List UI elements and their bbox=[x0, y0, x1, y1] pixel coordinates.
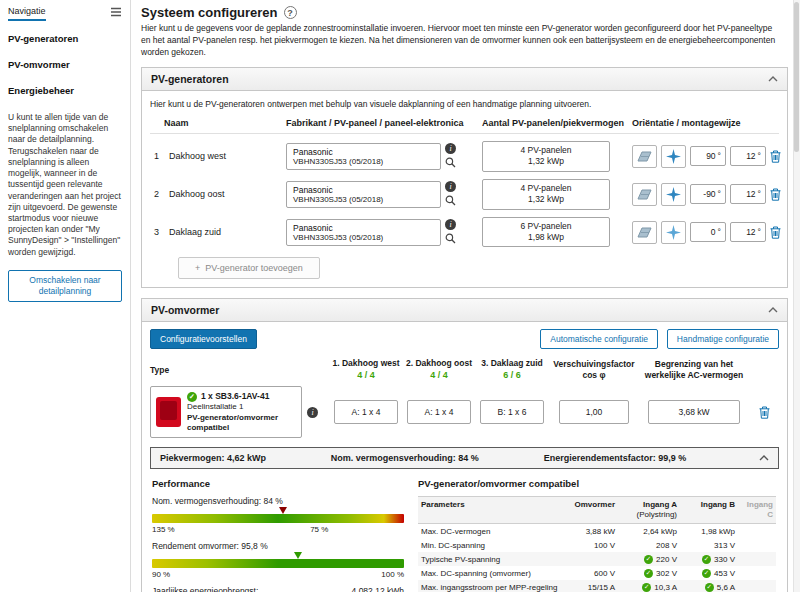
collapse-icon[interactable] bbox=[768, 307, 778, 313]
help-icon[interactable]: ? bbox=[284, 6, 297, 19]
collapse-icon[interactable] bbox=[759, 455, 769, 461]
configuration-proposals-button[interactable]: Configuratievoorstellen bbox=[150, 329, 257, 349]
search-icon[interactable] bbox=[445, 195, 456, 208]
search-icon[interactable] bbox=[445, 233, 456, 246]
pv-inverter-panel-header[interactable]: PV-omvormer bbox=[142, 299, 787, 322]
delete-generator-icon[interactable] bbox=[770, 188, 781, 201]
manual-configuration-button[interactable]: Handmatige configuratie bbox=[667, 329, 779, 349]
table-row: 1 Dakhoog west Panasonic VBHN330SJ53 (05… bbox=[150, 141, 779, 172]
input-assignment-select[interactable]: B: 1 x 6 bbox=[480, 400, 544, 424]
param-label: Max. ingangsstroom per MPP-regeling bbox=[418, 580, 566, 592]
tilt-input[interactable]: 12° bbox=[730, 222, 766, 242]
pv-inverter-panel: PV-omvormer Configuratievoorstellen Auto… bbox=[141, 298, 788, 592]
info-icon[interactable]: i bbox=[445, 143, 456, 154]
scrollbar[interactable] bbox=[793, 0, 800, 592]
generators-note: Hier kunt u de PV-generatoren ontwerpen … bbox=[150, 99, 779, 109]
menu-icon[interactable] bbox=[110, 7, 122, 19]
input-b-value: ✓5,6 A bbox=[680, 580, 738, 592]
info-icon[interactable]: i bbox=[445, 181, 456, 192]
scrollbar-thumb[interactable] bbox=[794, 2, 799, 152]
compatibility-title: PV-generator/omvormer compatibel bbox=[418, 478, 777, 489]
sidebar-item-pv-omvormer[interactable]: PV-omvormer bbox=[8, 59, 122, 70]
azimuth-value: -90 bbox=[703, 189, 715, 199]
column-header-type: Type bbox=[150, 365, 328, 375]
manufacturer: Panasonic bbox=[293, 223, 434, 233]
input-c-value bbox=[738, 538, 776, 552]
degree-unit: ° bbox=[758, 189, 761, 199]
info-icon[interactable]: i bbox=[445, 219, 456, 230]
peak-power: 1,32 kWp bbox=[488, 194, 604, 205]
input-a-label: Ingang A bbox=[621, 500, 677, 510]
compass-icon[interactable] bbox=[661, 145, 686, 168]
panel-model: VBHN330SJ53 (05/2018) bbox=[293, 195, 434, 204]
tilt-value: 12 bbox=[746, 227, 755, 237]
input-c-value bbox=[738, 580, 776, 592]
tilt-input[interactable]: 12° bbox=[730, 184, 766, 204]
roof-planning-icon[interactable] bbox=[632, 145, 657, 168]
panel-model: VBHN330SJ53 (05/2018) bbox=[293, 157, 434, 166]
bar-marker-icon bbox=[279, 507, 287, 514]
tilt-value: 12 bbox=[746, 151, 755, 161]
input-a-value: ✓220 V bbox=[618, 552, 680, 566]
delete-generator-icon[interactable] bbox=[770, 226, 781, 239]
panel-select-group: Panasonic VBHN330SJ53 (05/2018) i bbox=[286, 219, 478, 246]
value: 1,98 kWp bbox=[701, 527, 735, 536]
inverter-value: 3,88 kW bbox=[566, 524, 618, 538]
input-a-value: ✓302 V bbox=[618, 566, 680, 580]
panel-type-select[interactable]: Panasonic VBHN330SJ53 (05/2018) bbox=[286, 143, 441, 170]
input-assignment-select[interactable]: A: 1 x 4 bbox=[334, 400, 398, 424]
panel-count-select[interactable]: 6 PV-panelen 1,98 kWp bbox=[482, 217, 610, 248]
page-title: Systeem configureren bbox=[141, 5, 278, 20]
sidebar-item-energiebeheer[interactable]: Energiebeheer bbox=[8, 85, 122, 96]
sidebar-header: Navigatie bbox=[8, 6, 122, 21]
inverter-type-select[interactable]: ✓ 1 x SB3.6-1AV-41 Deelinstallatie 1 PV-… bbox=[150, 386, 302, 438]
value: 10,3 A bbox=[654, 583, 677, 592]
inverter-summary-bar[interactable]: Piekvermogen: 4,62 kWp Nom. vermogensver… bbox=[150, 447, 779, 469]
plus-icon: + bbox=[195, 263, 200, 273]
tilt-input[interactable]: 12° bbox=[730, 146, 766, 166]
input-assignment-select[interactable]: A: 1 x 4 bbox=[407, 400, 471, 424]
ac-limit-input[interactable]: 3,68 kW bbox=[648, 400, 740, 424]
sidebar-item-pv-generatoren[interactable]: PV-generatoren bbox=[8, 33, 122, 44]
degree-unit: ° bbox=[718, 189, 721, 199]
azimuth-input[interactable]: 0° bbox=[690, 222, 726, 242]
param-label: Max. DC-spanning (omvormer) bbox=[418, 566, 566, 580]
inverter-efficiency-bar bbox=[152, 552, 404, 568]
roof-planning-icon[interactable] bbox=[632, 221, 657, 244]
info-icon[interactable]: i bbox=[307, 407, 318, 418]
degree-unit: ° bbox=[718, 151, 721, 161]
search-icon[interactable] bbox=[445, 157, 456, 170]
row-index: 1 bbox=[154, 151, 159, 161]
panel-type-select[interactable]: Panasonic VBHN330SJ53 (05/2018) bbox=[286, 219, 441, 246]
param-label: Max. DC-vermogen bbox=[418, 524, 566, 538]
input-a-value: ✓2,64 kWp bbox=[618, 524, 680, 538]
cosphi-input[interactable]: 1,00 bbox=[559, 400, 629, 424]
collapse-icon[interactable] bbox=[768, 76, 778, 82]
performance-stats: Jaarlijkse energieopbrengst:4.082,12 kWh… bbox=[152, 586, 404, 592]
azimuth-input[interactable]: 90° bbox=[690, 146, 726, 166]
panel-count-select[interactable]: 4 PV-panelen 1,32 kWp bbox=[482, 141, 610, 172]
check-icon: ✓ bbox=[644, 569, 653, 578]
inverter-details: Performance Nom. vermogensverhouding: 84… bbox=[150, 469, 779, 592]
panel-count-select[interactable]: 4 PV-panelen 1,32 kWp bbox=[482, 179, 610, 210]
inverter-value: 600 V bbox=[566, 566, 618, 580]
panel-type-select[interactable]: Panasonic VBHN330SJ53 (05/2018) bbox=[286, 181, 441, 208]
param-label: Min. DC-spanning bbox=[418, 538, 566, 552]
add-generator-button[interactable]: + PV-generator toevoegen bbox=[178, 257, 320, 279]
generators-table-header: Naam Fabrikant / PV-paneel / paneel-elek… bbox=[150, 118, 779, 134]
app-window: Navigatie PV-generatoren PV-omvormer Ene… bbox=[0, 0, 800, 592]
compass-icon[interactable] bbox=[661, 183, 686, 206]
pv-generators-body: Hier kunt u de PV-generatoren ontwerpen … bbox=[142, 91, 787, 288]
compass-icon[interactable] bbox=[661, 221, 686, 244]
automatic-configuration-button[interactable]: Automatische configuratie bbox=[540, 329, 658, 349]
roof-planning-icon[interactable] bbox=[632, 183, 657, 206]
azimuth-input[interactable]: -90° bbox=[690, 184, 726, 204]
switch-to-detail-planning-button[interactable]: Omschakelen naar detailplanning bbox=[8, 270, 122, 302]
inverter-value: 15/15 A bbox=[566, 580, 618, 592]
column-header-ac-limit: Begrenzing van het werkelijke AC-vermoge… bbox=[641, 359, 747, 381]
pv-generators-panel-header[interactable]: PV-generatoren bbox=[142, 68, 787, 91]
delete-inverter-icon[interactable] bbox=[759, 406, 770, 419]
sidebar-nav: PV-generatoren PV-omvormer Energiebeheer bbox=[8, 33, 122, 96]
degree-unit: ° bbox=[718, 227, 721, 237]
delete-generator-icon[interactable] bbox=[770, 150, 781, 163]
